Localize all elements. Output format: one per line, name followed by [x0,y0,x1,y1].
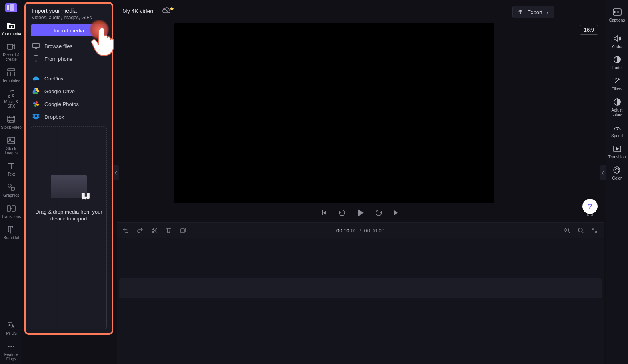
rail-label: Color [612,176,622,180]
rail-color[interactable]: Color [606,162,628,183]
zoom-out-button[interactable] [578,227,585,234]
skip-end-button[interactable] [392,208,401,217]
source-label: OneDrive [44,76,66,82]
rail-record-create[interactable]: Record & create [0,39,22,64]
camera-icon [7,42,16,51]
rail-label: Stock video [1,125,22,130]
dots-icon [7,342,16,351]
premium-badge-icon: ◆ [170,6,174,11]
duplicate-button[interactable] [180,227,187,234]
onedrive-item[interactable]: OneDrive [30,72,108,85]
google-drive-icon [32,88,40,95]
timeline-track[interactable] [119,278,602,298]
rail-stock-video[interactable]: Stock video [0,111,22,132]
rail-label: Adjust colors [612,108,623,117]
google-drive-item[interactable]: Google Drive [30,85,108,98]
timeline[interactable] [117,238,604,364]
skip-start-button[interactable] [320,208,329,217]
rail-feature-flags[interactable]: Feature Flags [0,338,22,364]
drop-zone-text: Drag & drop media from your device to im… [31,208,106,222]
transition-icon [7,204,16,213]
rail-audio[interactable]: Audio [606,30,628,52]
onedrive-icon [32,75,40,82]
rail-your-media[interactable]: Your media [0,18,22,39]
forward-button[interactable] [374,208,383,217]
preview-canvas[interactable] [174,23,494,203]
topbar: My 4K video ◆ [117,0,558,22]
transport-controls [117,204,604,222]
rail-graphics[interactable]: Graphics [0,179,22,200]
drop-zone[interactable]: Drag & drop media from your device to im… [31,126,107,329]
rail-label: Templates [2,78,20,83]
svg-rect-2 [8,72,11,76]
split-button[interactable] [151,227,158,234]
source-label: Dropbox [44,114,64,120]
rail-templates[interactable]: Templates [0,64,22,86]
zoom-in-button[interactable] [564,227,571,234]
svg-rect-11 [7,206,10,211]
cloud-sync-status[interactable]: ◆ [162,7,171,16]
svg-point-15 [13,346,14,347]
google-photos-item[interactable]: Google Photos [30,98,108,110]
svg-point-18 [36,61,36,62]
rail-text[interactable]: Text [0,158,22,179]
rail-adjust-colors[interactable]: Adjust colors [606,94,628,120]
shapes-icon [7,183,16,192]
rewind-button[interactable] [338,208,346,217]
rail-label: en-US [6,331,17,336]
time-readout: 00:00.00 / 00:00.00 [336,228,384,234]
export-button[interactable]: Export ▾ [512,6,554,18]
panel-title: Import your media [30,8,108,14]
svg-point-19 [152,228,154,230]
dropbox-item[interactable]: Dropbox [30,110,108,123]
right-rail: Captions Audio Fade Filters Adjust color… [606,0,628,364]
source-label: From phone [44,56,72,62]
play-button[interactable] [355,208,366,218]
rail-music-sfx[interactable]: Music & SFX [0,86,22,111]
contrast-icon [613,98,622,106]
rail-label: Text [8,172,15,176]
rail-label: Captions [609,18,625,22]
filmstrip-icon [7,115,16,124]
upload-icon [518,9,523,15]
rail-brand-kit[interactable]: Brand kit [0,222,22,243]
divider [31,68,107,68]
rail-label: Fade [612,66,622,70]
browse-files-item[interactable]: Browse files [30,40,108,52]
from-phone-item[interactable]: From phone [30,52,108,65]
project-title[interactable]: My 4K video [122,8,153,14]
fit-timeline-button[interactable] [591,227,598,234]
delete-button[interactable] [166,227,173,234]
collapse-right-panel[interactable] [600,165,606,180]
import-media-label: Import media [54,28,84,34]
rail-stock-images[interactable]: Stock images [0,132,22,158]
rail-transition[interactable]: Transition [606,141,628,162]
source-label: Browse files [44,43,72,49]
rail-locale[interactable]: en-US [0,317,22,338]
undo-button[interactable] [122,227,130,234]
collapse-left-panel[interactable] [113,165,119,180]
phone-icon [32,55,40,62]
rail-fade[interactable]: Fade [606,52,628,73]
rail-label: Stock images [5,146,18,155]
export-label: Export [527,9,542,15]
rail-transitions[interactable]: Transitions [0,200,22,222]
transition-panel-icon [613,144,622,153]
stage: 16:9 [117,22,604,222]
rail-label: Brand kit [3,236,19,240]
rail-label: Feature Flags [4,352,18,361]
redo-button[interactable] [137,227,144,234]
import-media-button[interactable]: Import media [31,24,107,36]
svg-point-30 [618,169,619,170]
help-button[interactable]: ? [582,199,598,214]
rail-speed[interactable]: Speed [606,120,628,141]
svg-rect-3 [12,72,15,76]
speaker-icon [613,34,622,43]
rail-captions[interactable]: Captions [606,4,628,25]
wand-icon [613,76,622,85]
rail-label: Speed [611,134,623,138]
aspect-ratio-button[interactable]: 16:9 [580,25,598,35]
rail-filters[interactable]: Filters [606,73,628,94]
rail-label: Transitions [2,214,21,219]
left-rail: Your media Record & create Templates Mus… [0,0,22,364]
